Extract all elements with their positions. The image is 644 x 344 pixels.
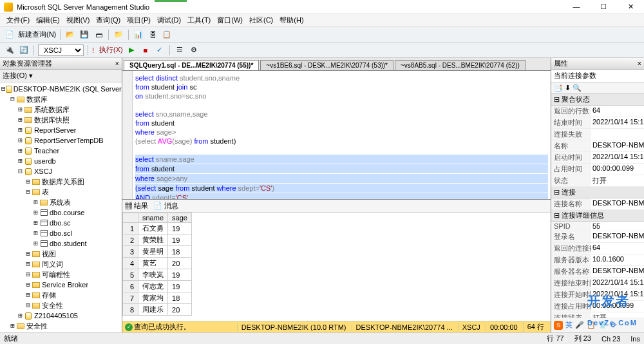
save-icon[interactable]: 💾 — [79, 29, 90, 41]
properties-panel: 属性× 当前连接参数 📑 ⬇ 🔍 ⊟ 聚合状态返回的行数64结束时间2022/1… — [551, 58, 644, 332]
titlebar: Microsoft SQL Server Management Studio —… — [0, 0, 644, 14]
panel-close-icon[interactable]: × — [115, 59, 119, 68]
ime-bar[interactable]: S 英🎤📋👕⚙ — [551, 318, 644, 332]
status-ins: Ins — [630, 335, 640, 343]
new-query-label[interactable]: 新建查询(N) — [18, 30, 56, 39]
document-tabs: SQLQuery1.sql - DE...ME2IK\20774 (55))* … — [122, 58, 551, 71]
explorer-tree[interactable]: ⊟DESKTOP-NBME2IK (SQL Server 10.0.160 ⊟数… — [0, 82, 122, 332]
status-col: 列 23 — [574, 334, 591, 343]
status-rows: 64 行 — [523, 322, 548, 332]
maximize-button[interactable]: ☐ — [594, 3, 613, 11]
props-subject: 当前连接参数 — [551, 70, 644, 82]
activity-icon[interactable]: 📊 — [133, 29, 144, 41]
registered-icon[interactable]: 🗄 — [147, 29, 158, 41]
app-icon — [4, 3, 13, 12]
execute-icon[interactable]: ! — [92, 46, 94, 54]
template-icon[interactable]: 📋 — [161, 29, 173, 41]
tab-vs1be6[interactable]: ~vs1BE6.sql - DESK...ME2IK\20774 (53))* — [260, 60, 393, 70]
tab-query1[interactable]: SQLQuery1.sql - DE...ME2IK\20774 (55))* — [124, 60, 259, 70]
menu-view[interactable]: 视图(V) — [64, 14, 93, 26]
status-ready: 就绪 — [4, 334, 18, 343]
execute-button[interactable]: 执行(X) — [99, 45, 123, 55]
parse-icon[interactable]: ✓ — [154, 44, 166, 56]
connect-dropdown[interactable]: 连接(O) ▾ — [3, 71, 33, 81]
tab-messages[interactable]: 📄 消息 — [153, 201, 178, 211]
tab-vs8ab5[interactable]: ~vs8AB5.sql - DES...BME2IK\20774 (52)) — [395, 60, 526, 70]
status-ch: Ch 23 — [601, 335, 620, 343]
debug-icon[interactable]: ▶ — [126, 44, 137, 56]
folder-icon[interactable]: 📁 — [113, 29, 124, 41]
progress-indicator — [155, 0, 187, 2]
new-query-button[interactable]: 📄 — [4, 29, 15, 41]
app-title: Microsoft SQL Server Management Studio — [17, 3, 567, 11]
database-combo[interactable]: XSCJ — [38, 44, 84, 56]
props-close-icon[interactable]: × — [637, 59, 641, 68]
menu-help[interactable]: 帮助(H) — [277, 14, 306, 26]
change-conn-icon[interactable]: 🔄 — [18, 44, 30, 56]
menu-query[interactable]: 查询(Q) — [93, 14, 123, 26]
tab-results[interactable]: ▦ 结果 — [125, 201, 148, 211]
minimize-button[interactable]: — — [567, 3, 586, 11]
close-button[interactable]: ✕ — [621, 3, 640, 11]
menu-community[interactable]: 社区(C) — [247, 14, 276, 26]
query-status-bar: ✓ 查询已成功执行。 DESKTOP-NBME2IK (10.0 RTM) DE… — [122, 321, 551, 332]
sql-editor[interactable]: select distinct student.sno,sname from s… — [122, 71, 551, 200]
menu-file[interactable]: 文件(F) — [4, 14, 32, 26]
status-message: 查询已成功执行。 — [134, 322, 191, 332]
menu-tools[interactable]: 工具(T) — [185, 14, 213, 26]
plan-icon[interactable]: ☰ — [174, 44, 185, 56]
menu-window[interactable]: 窗口(W) — [214, 14, 245, 26]
stop-icon[interactable]: ■ — [140, 44, 151, 56]
status-server: DESKTOP-NBME2IK (10.0 RTM) — [237, 323, 350, 331]
status-time: 00:00:00 — [486, 323, 522, 331]
object-explorer: 对象资源管理器 × 连接(O) ▾ ⊟DESKTOP-NBME2IK (SQL … — [0, 58, 122, 332]
menubar: 文件(F) 编辑(E) 视图(V) 查询(Q) 项目(P) 调试(D) 工具(T… — [0, 14, 644, 27]
menu-debug[interactable]: 调试(D) — [155, 14, 184, 26]
toolbar-sql: 🔌 🔄 XSCJ ! 执行(X) ▶ ■ ✓ ☰ ⚙ — [0, 43, 644, 58]
saveall-icon[interactable]: 🗃 — [93, 29, 104, 41]
status-db: XSCJ — [458, 323, 484, 331]
result-grid-1[interactable]: snamesage1石文勇192黄荣胜193黄星明184黄艺205李映岚196何… — [122, 213, 192, 316]
menu-edit[interactable]: 编辑(E) — [33, 14, 62, 26]
open-icon[interactable]: 📂 — [64, 29, 76, 41]
results-pane: ▦ 结果 📄 消息 snamesage1石文勇192黄荣胜193黄星明184黄艺… — [122, 200, 551, 332]
success-icon: ✓ — [125, 323, 133, 331]
connect-icon[interactable]: 🔌 — [4, 44, 15, 56]
menu-project[interactable]: 项目(P) — [124, 14, 153, 26]
toolbar-main: 📄 新建查询(N) 📂 💾 🗃 📁 📊 🗄 📋 — [0, 27, 644, 43]
status-line: 行 77 — [547, 334, 564, 343]
explorer-header: 对象资源管理器 × — [0, 58, 122, 70]
server-node: ⊟DESKTOP-NBME2IK (SQL Server 10.0.160 — [1, 84, 120, 94]
status-user: DESKTOP-NBME2IK\20774 ... — [352, 323, 457, 331]
app-status-bar: 就绪 行 77 列 23 Ch 23 Ins — [0, 332, 644, 344]
options-icon[interactable]: ⚙ — [188, 44, 200, 56]
sogou-icon: S — [554, 321, 563, 330]
explorer-toolbar: 连接(O) ▾ — [0, 70, 122, 82]
